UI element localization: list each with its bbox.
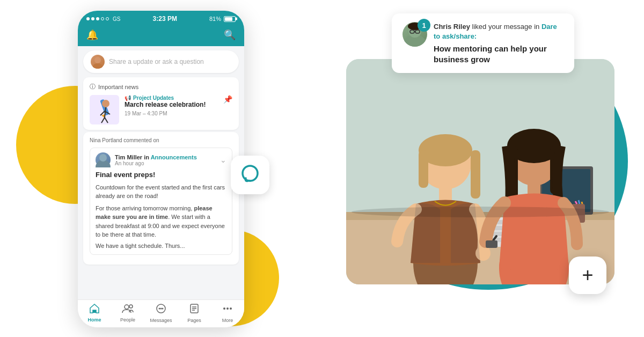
phone-header: 🔔 🔍	[78, 26, 244, 46]
speaker-icon: 📢	[125, 95, 131, 101]
notif-headline: How mentoring can help your business gro…	[434, 43, 564, 64]
news-item[interactable]: 📢 Project Updates March release celebrat…	[90, 95, 232, 124]
svg-rect-43	[93, 310, 96, 313]
post-attribution: Nina Portland commented on	[90, 137, 232, 143]
chevron-down-icon: ⌄	[220, 156, 226, 164]
pin-icon: 📌	[223, 95, 232, 104]
battery-percent: 81%	[209, 16, 221, 22]
op-avatar	[96, 152, 111, 167]
post-section: Nina Portland commented on Tim Miller in…	[83, 132, 239, 265]
carrier-label: GS	[113, 16, 120, 22]
search-icon[interactable]: 🔍	[224, 29, 236, 41]
nav-more[interactable]: More	[211, 303, 244, 323]
op-time: An hour ago	[115, 160, 216, 166]
news-title: March release celebration!	[125, 101, 218, 109]
svg-line-12	[579, 200, 580, 204]
people-icon	[122, 304, 134, 316]
notif-text: Chris Riley liked your message in Dare t…	[434, 22, 564, 41]
status-time: 3:23 PM	[153, 15, 177, 23]
op-text-2: For those arriving tomorrow morning, ple…	[96, 204, 226, 239]
op-header: Tim Miller in Announcements An hour ago …	[96, 152, 226, 167]
bell-icon[interactable]: 🔔	[86, 29, 98, 41]
nav-pages-label: Pages	[187, 318, 201, 323]
fab-button[interactable]: +	[569, 257, 606, 294]
battery-icon	[224, 16, 236, 22]
notification-card: 1 Chris Riley liked your message in Dare…	[392, 13, 574, 73]
app-icon	[231, 156, 269, 194]
nav-people[interactable]: People	[111, 304, 144, 323]
news-date: 19 Mar – 4:30 PM	[125, 111, 218, 116]
phone-mockup: GS 3:23 PM 81% 🔔 🔍 Share a update or ask…	[78, 11, 244, 327]
signal-dots: GS	[86, 16, 120, 22]
plus-icon: +	[582, 266, 593, 285]
signal-dot-4	[101, 17, 104, 20]
notification-badge: 1	[418, 19, 430, 32]
nav-more-label: More	[222, 318, 233, 323]
phone-status-bar: GS 3:23 PM 81%	[78, 11, 244, 26]
op-meta: Tim Miller in Announcements An hour ago	[115, 154, 216, 166]
notif-avatar-wrapper: 1	[402, 22, 427, 47]
nav-people-label: People	[120, 317, 135, 323]
nav-home[interactable]: Home	[78, 304, 111, 323]
op-title: Final event preps!	[96, 171, 226, 180]
svg-point-55	[226, 307, 229, 310]
news-body: 📢 Project Updates March release celebrat…	[125, 95, 218, 116]
home-icon	[89, 304, 100, 316]
notif-body: Chris Riley liked your message in Dare t…	[434, 22, 564, 64]
svg-point-45	[129, 305, 133, 308]
messages-icon	[156, 303, 166, 317]
op-channel: Announcements	[151, 154, 197, 160]
svg-point-31	[93, 63, 103, 69]
svg-point-42	[99, 154, 107, 162]
signal-dot-2	[91, 17, 94, 20]
svg-point-35	[102, 100, 109, 107]
svg-rect-17	[419, 150, 428, 188]
nav-pages[interactable]: Pages	[178, 303, 211, 323]
svg-point-29	[352, 207, 609, 217]
svg-line-13	[582, 202, 582, 204]
signal-dot-1	[86, 17, 90, 20]
svg-point-30	[94, 57, 101, 63]
op-text-3: We have a tight schedule. Thurs...	[96, 241, 226, 251]
post-placeholder: Share a update or ask a question	[109, 58, 204, 65]
svg-point-54	[223, 307, 225, 310]
pages-icon	[189, 303, 199, 317]
news-section: ⓘ Important news	[83, 77, 239, 130]
important-news-label: Important news	[98, 84, 138, 90]
user-avatar	[91, 55, 105, 69]
commenter-name: Nina Portland commented on	[90, 137, 159, 143]
signal-dot-5	[106, 17, 109, 20]
svg-point-44	[125, 305, 129, 309]
phone-bottom-nav: Home People Mess	[78, 299, 244, 327]
svg-rect-28	[486, 240, 497, 248]
svg-rect-18	[471, 150, 480, 199]
op-text-1: Countdown for the event started and the …	[96, 183, 226, 201]
news-tag-text: Project Updates	[133, 95, 174, 101]
op-author: Tim Miller in Announcements	[115, 154, 216, 160]
nav-home-label: Home	[87, 317, 101, 323]
news-image	[90, 95, 119, 124]
notif-action: liked your message in	[472, 23, 541, 31]
nav-messages[interactable]: Messages	[144, 303, 178, 323]
original-post[interactable]: Tim Miller in Announcements An hour ago …	[90, 148, 232, 255]
nav-messages-label: Messages	[150, 318, 172, 323]
more-icon	[222, 303, 233, 317]
notif-sender: Chris Riley	[434, 23, 470, 31]
svg-point-48	[160, 308, 162, 310]
photo-area	[346, 59, 614, 284]
battery-fill	[225, 17, 232, 21]
news-header: ⓘ Important news	[90, 83, 232, 91]
svg-point-56	[230, 307, 232, 310]
svg-point-47	[159, 308, 160, 310]
news-tag: 📢 Project Updates	[125, 95, 218, 101]
status-right: 81%	[209, 16, 236, 22]
info-icon: ⓘ	[90, 83, 96, 91]
svg-point-49	[162, 308, 164, 310]
phone-content: Share a update or ask a question ⓘ Impor…	[78, 46, 244, 299]
post-input-bar[interactable]: Share a update or ask a question	[83, 50, 239, 73]
signal-dot-3	[96, 17, 99, 20]
